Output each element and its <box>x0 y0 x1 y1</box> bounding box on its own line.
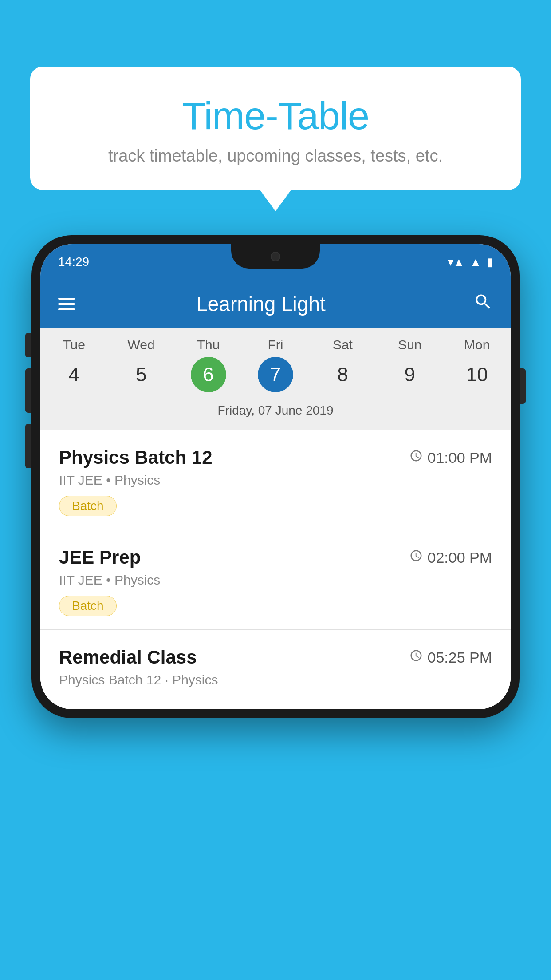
day-header-fri: Fri <box>242 337 309 352</box>
item-header-3: Remedial Class 05:25 PM <box>59 647 492 668</box>
phone-mockup: 14:29 ▾▲ ▲ ▮ Learning Light <box>31 235 520 718</box>
day-header-wed: Wed <box>107 337 174 352</box>
selected-date: Friday, 07 June 2019 <box>40 399 511 426</box>
day-header-thu: Thu <box>175 337 242 352</box>
day-header-tue: Tue <box>40 337 107 352</box>
volume-down-button <box>25 424 31 468</box>
day-numbers: 4 5 6 7 8 9 10 <box>40 357 511 392</box>
battery-icon: ▮ <box>487 255 493 269</box>
silent-button <box>25 333 31 357</box>
clock-icon-3 <box>409 649 423 666</box>
time-text-1: 01:00 PM <box>427 449 492 466</box>
clock-icon-1 <box>409 449 423 466</box>
class-time-3: 05:25 PM <box>409 649 492 666</box>
day-5[interactable]: 5 <box>123 357 159 392</box>
status-time: 14:29 <box>58 255 89 269</box>
class-name-1: Physics Batch 12 <box>59 447 213 468</box>
phone-outer: 14:29 ▾▲ ▲ ▮ Learning Light <box>31 235 520 718</box>
status-icons: ▾▲ ▲ ▮ <box>448 255 493 269</box>
item-header-2: JEE Prep 02:00 PM <box>59 547 492 568</box>
volume-up-button <box>25 368 31 413</box>
class-details-1: IIT JEE • Physics <box>59 473 492 488</box>
schedule-item-remedial[interactable]: Remedial Class 05:25 PM Physics Batch 12… <box>40 630 511 709</box>
class-time-2: 02:00 PM <box>409 549 492 566</box>
batch-badge-1: Batch <box>59 496 117 516</box>
day-4[interactable]: 4 <box>56 357 92 392</box>
day-10[interactable]: 10 <box>459 357 495 392</box>
power-button <box>520 368 526 404</box>
notch <box>231 244 320 269</box>
bubble-subtitle: track timetable, upcoming classes, tests… <box>52 146 499 166</box>
app-bar: Learning Light <box>40 280 511 328</box>
class-time-1: 01:00 PM <box>409 449 492 466</box>
schedule-item-jee-prep[interactable]: JEE Prep 02:00 PM IIT JEE • Physics Batc… <box>40 530 511 630</box>
schedule-list: Physics Batch 12 01:00 PM IIT JEE • Phys… <box>40 430 511 709</box>
app-title: Learning Light <box>88 292 433 316</box>
day-header-mon: Mon <box>444 337 511 352</box>
time-text-2: 02:00 PM <box>427 549 492 566</box>
clock-icon-2 <box>409 549 423 566</box>
day-headers: Tue Wed Thu Fri Sat Sun Mon <box>40 337 511 352</box>
phone-screen: 14:29 ▾▲ ▲ ▮ Learning Light <box>40 244 511 709</box>
speech-bubble: Time-Table track timetable, upcoming cla… <box>30 67 521 190</box>
class-name-2: JEE Prep <box>59 547 141 568</box>
class-details-2: IIT JEE • Physics <box>59 573 492 588</box>
class-details-3: Physics Batch 12 · Physics <box>59 672 492 688</box>
day-7-selected[interactable]: 7 <box>258 357 293 392</box>
hamburger-menu[interactable] <box>58 298 75 310</box>
bubble-title: Time-Table <box>52 93 499 138</box>
schedule-item-physics-batch[interactable]: Physics Batch 12 01:00 PM IIT JEE • Phys… <box>40 430 511 530</box>
day-9[interactable]: 9 <box>392 357 428 392</box>
item-header-1: Physics Batch 12 01:00 PM <box>59 447 492 468</box>
day-8[interactable]: 8 <box>325 357 360 392</box>
day-header-sun: Sun <box>376 337 443 352</box>
camera <box>271 252 280 261</box>
batch-badge-2: Batch <box>59 596 117 616</box>
time-text-3: 05:25 PM <box>427 649 492 666</box>
wifi-icon: ▾▲ <box>448 255 465 269</box>
search-button[interactable] <box>473 292 493 316</box>
day-header-sat: Sat <box>309 337 376 352</box>
day-6-today[interactable]: 6 <box>191 357 226 392</box>
signal-icon: ▲ <box>470 255 481 269</box>
calendar-strip: Tue Wed Thu Fri Sat Sun Mon 4 5 6 7 8 9 … <box>40 328 511 430</box>
speech-bubble-container: Time-Table track timetable, upcoming cla… <box>30 67 521 190</box>
status-bar: 14:29 ▾▲ ▲ ▮ <box>40 244 511 280</box>
class-name-3: Remedial Class <box>59 647 197 668</box>
